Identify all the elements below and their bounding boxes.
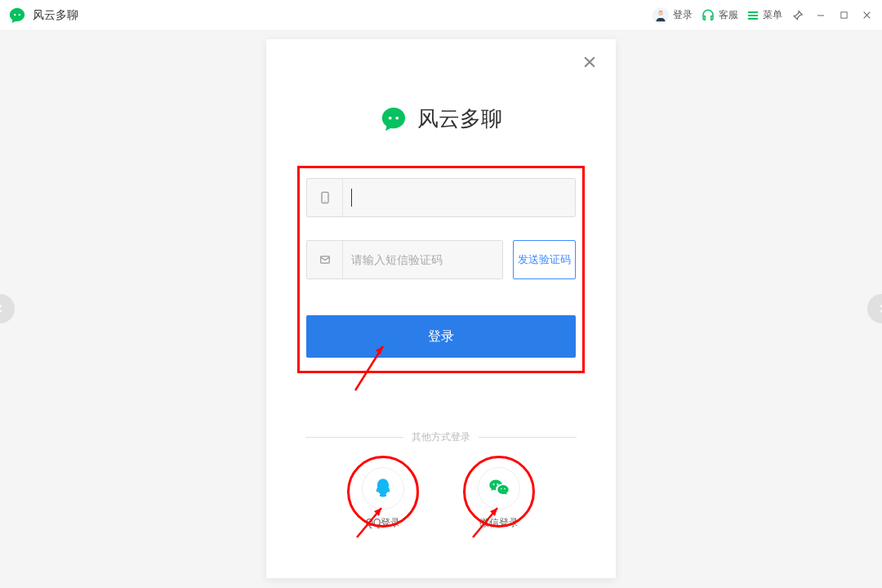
phone-input-row — [306, 178, 576, 217]
titlebar: 风云多聊 登录 客服 菜单 — [0, 0, 882, 31]
titlebar-login-label: 登录 — [673, 8, 693, 22]
wechat-login-button[interactable]: 微信登录 — [478, 467, 520, 530]
maximize-icon — [840, 11, 849, 20]
chevron-left-icon — [0, 303, 6, 314]
phone-input[interactable] — [352, 179, 575, 216]
dialog-header: 风云多聊 — [266, 105, 616, 133]
titlebar-support-label: 客服 — [719, 8, 738, 22]
titlebar-support[interactable]: 客服 — [701, 8, 738, 23]
wechat-icon — [486, 477, 512, 500]
app-logo-icon — [380, 105, 408, 133]
sms-row: 发送验证码 — [306, 240, 576, 279]
chevron-right-icon — [876, 303, 882, 314]
close-window-button[interactable] — [859, 8, 874, 23]
titlebar-menu-label: 菜单 — [763, 8, 782, 22]
pin-icon — [792, 10, 804, 21]
login-button[interactable]: 登录 — [306, 315, 576, 358]
app-name: 风云多聊 — [33, 8, 78, 23]
qq-icon — [372, 476, 394, 501]
phone-icon — [307, 179, 343, 216]
other-login-label: 其他方式登录 — [412, 430, 470, 444]
app-logo-icon — [8, 7, 26, 24]
close-icon — [581, 54, 598, 70]
svg-point-16 — [501, 488, 502, 490]
pin-button[interactable] — [791, 8, 805, 23]
maximize-button[interactable] — [836, 8, 851, 23]
svg-point-15 — [497, 483, 498, 485]
titlebar-login[interactable]: 登录 — [652, 7, 693, 24]
svg-point-5 — [389, 116, 392, 119]
wechat-label: 微信登录 — [479, 516, 519, 530]
qq-login-button[interactable]: QQ登录 — [362, 467, 404, 530]
titlebar-right: 登录 客服 菜单 — [652, 7, 874, 24]
svg-point-6 — [395, 116, 399, 119]
other-login-section: 其他方式登录 QQ登录 — [266, 430, 616, 530]
svg-point-1 — [19, 13, 20, 15]
titlebar-left: 风云多聊 — [8, 7, 78, 24]
svg-point-17 — [504, 488, 506, 490]
minimize-icon — [816, 11, 826, 20]
svg-point-3 — [658, 11, 663, 16]
svg-point-14 — [493, 483, 495, 485]
close-icon — [862, 10, 872, 20]
svg-point-0 — [14, 13, 16, 15]
send-code-button[interactable]: 发送验证码 — [513, 240, 576, 279]
login-dialog: 风云多聊 发送验证码 登录 其他方式登录 — [266, 39, 616, 578]
dialog-title: 风云多聊 — [417, 105, 502, 133]
menu-icon — [746, 9, 760, 22]
qq-label: QQ登录 — [366, 516, 401, 530]
titlebar-menu[interactable]: 菜单 — [746, 8, 782, 22]
carousel-prev[interactable] — [0, 294, 15, 323]
envelope-icon — [307, 241, 343, 278]
social-row: QQ登录 微信登录 — [266, 467, 616, 530]
carousel-next[interactable] — [867, 294, 882, 323]
svg-rect-4 — [840, 12, 846, 18]
divider: 其他方式登录 — [266, 430, 616, 444]
login-form-highlight: 发送验证码 登录 — [297, 166, 585, 373]
dialog-close-button[interactable] — [581, 54, 601, 74]
minimize-button[interactable] — [813, 8, 828, 23]
headset-icon — [701, 8, 715, 23]
sms-code-input[interactable] — [343, 241, 502, 278]
svg-point-8 — [324, 201, 325, 202]
avatar-icon — [652, 7, 670, 24]
